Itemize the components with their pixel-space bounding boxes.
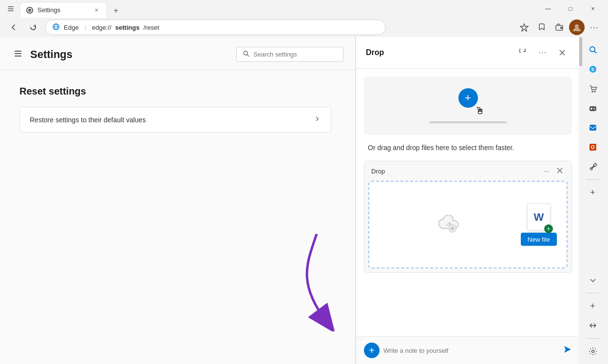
upload-progress-bar (429, 121, 507, 123)
more-button[interactable]: ··· (587, 19, 602, 35)
svg-point-24 (590, 47, 595, 52)
upload-plus-button[interactable]: + (458, 88, 478, 108)
svg-text:O: O (591, 145, 595, 150)
scrollbar-thumb[interactable] (579, 37, 582, 66)
new-file-tooltip: W + New file (521, 204, 557, 246)
inner-more-button[interactable]: ··· (541, 166, 551, 176)
sidebar-collapse-button[interactable] (584, 271, 602, 289)
cursor-icon: 🖱 (475, 105, 485, 116)
svg-rect-0 (8, 6, 14, 7)
svg-point-28 (592, 91, 593, 92)
sidebar-divider-1 (586, 179, 600, 180)
sidebar-tools-button[interactable] (584, 158, 602, 175)
sidebar-transfer-button[interactable] (584, 317, 602, 334)
sidebar-plus-bottom-button[interactable]: + (584, 297, 602, 315)
new-file-button[interactable]: New file (521, 233, 557, 246)
svg-rect-2 (8, 11, 14, 12)
svg-rect-1 (8, 8, 14, 9)
tab-close-button[interactable]: × (92, 6, 101, 15)
inner-close-button[interactable] (555, 166, 565, 176)
window-controls: — □ × (537, 1, 604, 17)
sidebar-office-button[interactable]: O (584, 138, 602, 156)
settings-header: Settings (0, 37, 355, 70)
svg-rect-10 (15, 51, 21, 52)
drop-header: Drop ··· (356, 37, 580, 69)
inner-drop-panel: Drop ··· (364, 161, 572, 273)
menu-icon[interactable] (12, 47, 24, 62)
maximize-button[interactable]: □ (559, 1, 582, 17)
scrollbar-track[interactable] (579, 37, 583, 364)
chevron-right-icon (313, 115, 321, 124)
drop-content: + 🖱 Or drag and drop files here to selec… (356, 69, 580, 336)
svg-point-9 (575, 24, 579, 28)
new-file-plus-badge: + (544, 225, 553, 233)
url-prefix: edge:// (92, 24, 112, 31)
reset-settings-title: Reset settings (19, 86, 336, 97)
word-icon-label: W (533, 211, 544, 224)
wallet-button[interactable] (551, 19, 567, 35)
svg-point-29 (594, 91, 595, 92)
sidebar-news-button[interactable]: b (584, 60, 602, 78)
tab-favicon (26, 6, 34, 14)
svg-rect-12 (15, 56, 21, 57)
tab-title: Settings (38, 6, 88, 14)
word-doc-icon: W + (527, 204, 551, 231)
cloud-upload-icon (437, 215, 461, 234)
add-content-button[interactable]: + (364, 343, 380, 358)
url-bar[interactable]: Edge | edge://settings/reset (45, 19, 386, 35)
inner-drop-title: Drop (371, 168, 537, 175)
svg-rect-11 (15, 53, 21, 54)
title-bar: Settings × + — □ × (0, 0, 608, 18)
settings-page-title: Settings (30, 48, 230, 61)
svg-marker-23 (564, 346, 571, 353)
back-button[interactable] (6, 19, 21, 35)
search-icon (243, 50, 249, 58)
restore-label: Restore settings to their default values (30, 116, 146, 124)
main-layout: Settings Reset settings Restore settings… (0, 37, 608, 364)
url-favicon (52, 23, 60, 32)
restore-defaults-button[interactable]: Restore settings to their default values (19, 107, 331, 133)
note-input[interactable] (383, 347, 559, 354)
inner-drop-body[interactable]: W + New file (368, 181, 568, 268)
svg-line-14 (247, 55, 249, 57)
drop-close-button[interactable] (554, 45, 570, 60)
right-sidebar: b O + + (580, 37, 605, 364)
close-button[interactable]: × (582, 1, 604, 17)
svg-marker-6 (520, 24, 528, 31)
url-brand: Edge (64, 24, 78, 31)
settings-tab[interactable]: Settings × (19, 2, 107, 18)
reading-list-button[interactable] (534, 19, 550, 35)
new-tab-button[interactable]: + (109, 4, 123, 18)
search-input[interactable] (253, 51, 322, 58)
send-button[interactable] (563, 345, 572, 356)
svg-text:b: b (591, 67, 594, 72)
favorites-button[interactable] (516, 19, 532, 35)
sidebar-search-button[interactable] (584, 41, 602, 58)
svg-rect-35 (589, 125, 596, 131)
sidebar-outlook-button[interactable] (584, 119, 602, 136)
sidebar-divider-2 (586, 293, 600, 293)
search-box[interactable] (236, 47, 343, 62)
refresh-button[interactable] (25, 19, 41, 35)
svg-line-25 (594, 51, 596, 53)
sidebar-shopping-button[interactable] (584, 80, 602, 97)
address-bar: Edge | edge://settings/reset ··· (0, 18, 608, 37)
drop-more-button[interactable]: ··· (535, 45, 551, 60)
svg-point-38 (591, 350, 594, 353)
sidebar-toggle-button[interactable] (4, 2, 18, 16)
url-settings: settings (115, 24, 140, 31)
url-pipe: | (84, 24, 86, 31)
drop-sidebar: Drop ··· + 🖱 (356, 37, 580, 364)
sidebar-add-button[interactable]: + (584, 184, 602, 201)
profile-button[interactable] (569, 19, 585, 35)
sidebar-settings-button[interactable] (584, 343, 602, 360)
drag-drop-text: Or drag and drop files here to select th… (364, 143, 572, 153)
url-suffix: /reset (143, 24, 159, 31)
drop-refresh-button[interactable] (515, 45, 531, 60)
upload-area[interactable]: + 🖱 (364, 77, 572, 135)
settings-panel: Settings Reset settings Restore settings… (0, 37, 356, 364)
settings-content: Reset settings Restore settings to their… (0, 70, 355, 364)
browser-chrome: Settings × + — □ × Edge | edge://setting… (0, 0, 608, 37)
sidebar-games-button[interactable] (584, 99, 602, 117)
minimize-button[interactable]: — (537, 1, 559, 17)
